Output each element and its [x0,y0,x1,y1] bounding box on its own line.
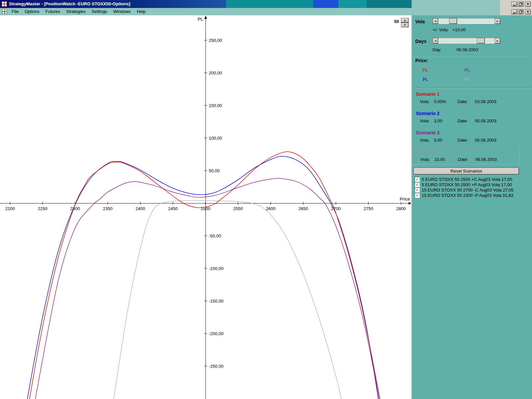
menu-item-strategies[interactable]: Strategies [63,8,89,15]
days-scrollbar-thumb[interactable] [477,38,485,44]
minimize-icon [513,13,516,13]
position-2-checkbox[interactable]: ✓ [415,182,420,187]
title-bar[interactable]: StrategyMaster - [PositionWatch -EURO ST… [0,0,532,8]
scenario-3-detail: Vola:5,00Date:05.08.2003 [420,138,496,143]
child-window-buttons-zone: × [500,8,532,15]
position-1-label[interactable]: 5 EURO STOXX 50 2500 +C Aug03 Vola 17,00 [422,177,512,182]
spinner-down-button[interactable]: ▼ [401,23,409,27]
check-icon: ✓ [416,178,419,181]
position-3-checkbox[interactable]: ✓ [415,188,420,193]
vola-value-label: +/- Vola: [433,27,449,32]
close-button[interactable]: × [525,2,531,7]
menu-item-futures[interactable]: Futures [43,8,63,15]
pl-chart[interactable]: 2200225023002350240024502500255026002650… [0,15,412,399]
vola-field-label: Vola: [420,138,434,143]
position-1-checkbox[interactable]: ✓ [415,177,420,182]
price-tick-label: 2200 [5,206,15,211]
pl-axis-arrow [204,16,207,19]
vola-field-label: Vola: [420,157,434,162]
menu-item-file[interactable]: File [9,8,22,15]
menu-item-options[interactable]: Options [22,8,43,15]
vola-scrollbar-track[interactable] [438,18,495,24]
days-label: Days [415,39,426,44]
pl-axis-label: PL [198,17,203,22]
curve-scenario-1 [17,152,395,399]
pl-value-scenario-1: PL [423,67,428,73]
scenario-1-label[interactable]: Scenario 1 [416,91,440,97]
pl-tick-label: -100,00 [209,266,223,271]
document-icon[interactable] [2,9,7,14]
position-2-label[interactable]: 5 EURO STOXX 50 2500 +P Aug03 Vola 17,00 [422,182,512,187]
child-restore-button[interactable] [518,9,523,14]
price-tick-label: 2650 [299,206,308,211]
days-scrollbar-track[interactable] [438,38,495,44]
date-field-label: Date: [458,99,475,104]
titlebar-segment [366,0,412,8]
scenario-3-date: 05.08.2003 [475,138,496,143]
spinner-up-button[interactable]: ▲ [401,18,409,23]
price-tick-label: 2600 [266,206,276,211]
days-scroll-right-button[interactable]: ► [495,38,500,44]
scale-value: 50 [387,19,399,24]
scenario-4-vola: 10,00 [434,157,458,162]
child-close-button[interactable]: × [525,9,531,14]
menu-item-settings[interactable]: Settings [88,8,110,15]
child-minimize-button[interactable] [511,9,517,14]
scenario-3-vola: 5,00 [434,138,458,143]
pl-value-scenario-2: PL [423,77,428,82]
menu-item-help[interactable]: Help [134,8,149,15]
position-row: ✓ 15 EURO STOXX 50 2700 -C Aug03 Vola 27… [415,187,514,193]
scenario-2-label[interactable]: Scenario 2 [416,111,440,116]
arrow-right-icon: ► [497,20,498,23]
titlebar-segment [313,0,338,8]
pl-tick-label: -200,00 [209,331,223,336]
pl-tick-label: -50,00 [209,233,221,238]
pl-tick-label: 100,00 [209,136,222,141]
menu-bar: File Options Futures Strategies Settings… [0,8,532,15]
days-scroll-left-button[interactable]: ◄ [433,38,438,44]
divider [413,88,532,88]
scale-spinner: ▲ ▼ [401,18,409,27]
price-tick-label: 2400 [136,206,145,211]
chart-area[interactable]: 2200225023002350240024502500255026002650… [0,15,412,399]
price-tick-label: 2300 [70,206,80,211]
reset-scenarios-button[interactable]: Reset Scenarios [414,168,519,175]
minimize-button[interactable] [511,2,517,7]
price-tick-label: 2350 [103,206,113,211]
pl-tick-label: 150,00 [209,103,222,108]
position-3-label[interactable]: 15 EURO STOXX 50 2700 -C Aug03 Vola 27,0… [422,188,514,193]
pl-tick-label: 50,00 [209,168,220,173]
curve-scenario-4 [101,200,355,399]
menu-item-windows[interactable]: Windows [110,8,134,15]
vola-value: +10,00 [453,27,466,32]
price-section-label: Price: [415,58,428,63]
application-window: StrategyMaster - [PositionWatch -EURO ST… [0,0,532,399]
close-icon: × [527,2,529,6]
app-icon[interactable] [2,1,7,7]
check-icon: ✓ [416,183,419,187]
scenario-3-label[interactable]: Scenario 3 [416,130,440,135]
days-scrollbar[interactable]: ◄ ► [433,38,500,44]
scenario-4-box[interactable]: Scenario 4 Vola:10,00Date:06.08.2003 [414,148,519,164]
arrow-left-icon: ◄ [435,40,436,42]
side-panel: Vola ◄ ► +/- Vola: +10,00 Days ◄ ► Day: … [412,15,532,399]
vola-scrollbar-thumb[interactable] [449,18,457,24]
position-4-checkbox[interactable]: ✓ [415,193,420,198]
scenario-4-date: 06.08.2003 [475,157,497,162]
scenario-4-label[interactable]: Scenario 4 [416,149,440,155]
window-title: StrategyMaster - [PositionWatch -EURO ST… [9,0,130,8]
vola-field-label: Vola: [420,99,434,104]
scenario-4-detail: Vola:10,00Date:06.08.2003 [420,157,497,162]
vola-scroll-right-button[interactable]: ► [495,18,500,24]
position-4-label[interactable]: 15 EURO STOXX 50 2300 -P Aug03 Vola 31,6… [422,193,513,198]
pl-tick-label: 200,00 [209,70,222,75]
vola-scrollbar[interactable]: ◄ ► [433,18,500,24]
restore-button[interactable] [518,2,523,7]
vola-field-label: Vola: [420,118,434,123]
divider [413,55,532,56]
restore-icon [519,2,522,6]
minimize-icon [513,5,516,6]
menu-items: File Options Futures Strategies Settings… [9,8,149,15]
vola-scroll-left-button[interactable]: ◄ [433,18,438,24]
chevron-down-icon: ▼ [404,24,406,26]
